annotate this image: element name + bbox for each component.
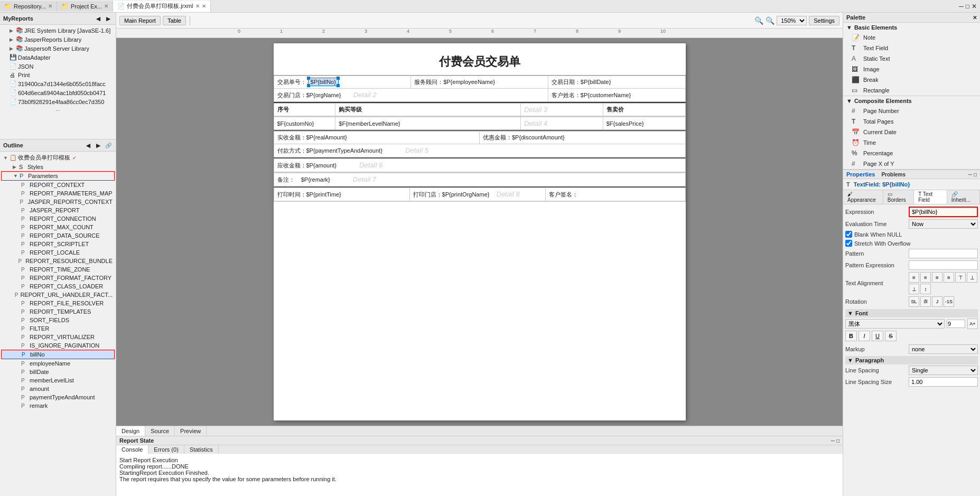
canvas-area[interactable]: 付费会员交易单 交易单号： $P{billNo} xyxy=(116,38,843,426)
tab-project-close[interactable]: ✕ xyxy=(104,3,108,9)
main-report-button[interactable]: Main Report xyxy=(119,16,161,25)
palette-item-rectangle[interactable]: ▭ Rectangle xyxy=(843,85,980,96)
palette-item-percentage[interactable]: % Percentage xyxy=(843,148,980,158)
tab-repository[interactable]: 📁 Repository... ✕ xyxy=(0,1,57,11)
outline-report-classloader[interactable]: P REPORT_CLASS_LOADER xyxy=(1,282,115,291)
palette-item-break[interactable]: ⬛ Break xyxy=(843,74,980,85)
outline-memberlevellist[interactable]: P memberLevelList xyxy=(1,376,115,385)
palette-item-textfield[interactable]: T Text Field xyxy=(843,43,980,53)
tree-file2[interactable]: 📄 604d6eca69404ac1bfd050cb0471 xyxy=(1,88,115,97)
props-tab-textfield[interactable]: T Text Field xyxy=(914,190,947,204)
palette-item-image[interactable]: 🖼 Image xyxy=(843,64,980,74)
outline-report-max[interactable]: P REPORT_MAX_COUNT xyxy=(1,223,115,231)
outline-parameters[interactable]: ▼ P Parameters xyxy=(1,171,115,181)
tree-dataadapter[interactable]: 💾 DataAdapter xyxy=(1,53,115,62)
cell-billno[interactable]: 交易单号： $P{billNo} xyxy=(274,76,411,89)
outline-report-virtualizer[interactable]: P REPORT_VIRTUALIZER xyxy=(1,333,115,341)
expand-all-icon[interactable]: ▶ xyxy=(94,141,102,149)
window-minimize[interactable]: ─ xyxy=(959,3,964,10)
tree-json[interactable]: 📄 JSON xyxy=(1,62,115,71)
tree-jre[interactable]: ▶ 📚 JRE System Library [JavaSE-1.6] xyxy=(1,26,115,35)
outline-styles[interactable]: ▶ S Styles xyxy=(1,163,115,171)
tab-project[interactable]: 📁 Project Ex... ✕ xyxy=(57,1,113,11)
settings-button[interactable]: Settings xyxy=(809,16,839,25)
props-tab-borders[interactable]: ▭ Borders xyxy=(883,190,914,204)
palette-composite-header[interactable]: ▼ Composite Elements xyxy=(843,96,980,106)
zoom-in-icon[interactable]: 🔍 xyxy=(766,16,774,25)
outline-filter[interactable]: P FILTER xyxy=(1,324,115,333)
line-spacing-select[interactable]: Single 1.5 Lines Double xyxy=(909,366,978,375)
collapse-all-icon[interactable]: ◀ xyxy=(84,141,92,149)
report-state-tab-statistics[interactable]: Statistics xyxy=(184,445,219,454)
align-left-btn[interactable]: ≡ xyxy=(909,272,919,283)
tree-jasperreports[interactable]: ▶ 📚 JasperReports Library xyxy=(1,35,115,44)
outline-report-resource[interactable]: P REPORT_RESOURCE_BUNDLE xyxy=(1,257,115,265)
font-bold-btn[interactable]: B xyxy=(845,331,857,341)
outline-payment[interactable]: P paymentTypeAndAmount xyxy=(1,393,115,401)
tab-source[interactable]: Source xyxy=(145,426,175,436)
evaluation-time-select[interactable]: Now Report Page Column Group xyxy=(909,219,978,229)
outline-sort-fields[interactable]: P SORT_FIELDS xyxy=(1,316,115,324)
zoom-select[interactable]: 150% 100% 75% 50% xyxy=(777,16,807,25)
rotate-left-btn[interactable]: ðl xyxy=(920,296,931,307)
outline-report-templates[interactable]: P REPORT_TEMPLATES xyxy=(1,307,115,316)
rotate-none-btn[interactable]: SL xyxy=(909,296,919,307)
font-underline-btn[interactable]: U xyxy=(872,331,883,341)
outline-amount[interactable]: P amount xyxy=(1,385,115,393)
palette-item-totalpages[interactable]: T Total Pages xyxy=(843,116,980,127)
palette-item-time[interactable]: ⏰ Time xyxy=(843,137,980,148)
tree-file1[interactable]: 📄 319400ca7d1344e6b055c018facc xyxy=(1,79,115,88)
align-center-btn[interactable]: ≡ xyxy=(920,272,931,283)
outline-report-scriptlet[interactable]: P REPORT_SCRIPTLET xyxy=(1,240,115,248)
align-stretch-btn[interactable]: ↕ xyxy=(920,284,931,294)
font-italic-btn[interactable]: I xyxy=(858,331,870,341)
outline-billdate[interactable]: P billDate xyxy=(1,368,115,376)
palette-item-pagexy[interactable]: # Page X of Y xyxy=(843,158,980,169)
props-problems-tab[interactable]: Problems xyxy=(881,172,906,177)
outline-jasper-reports-ctx[interactable]: P JASPER_REPORTS_CONTEXT xyxy=(1,198,115,206)
props-minimize[interactable]: ─ xyxy=(968,172,972,177)
props-tab-inherit[interactable]: 🔗 Inherit... xyxy=(947,190,980,204)
stretch-overflow-checkbox[interactable] xyxy=(845,240,852,247)
markup-select[interactable]: none html styled xyxy=(909,344,978,354)
align-top-btn[interactable]: ⊤ xyxy=(955,272,966,283)
tree-print[interactable]: 🖨 Print xyxy=(1,71,115,79)
table-button[interactable]: Table xyxy=(163,16,186,25)
outline-report-datasource[interactable]: P REPORT_DATA_SOURCE xyxy=(1,231,115,240)
outline-report-locale[interactable]: P REPORT_LOCALE xyxy=(1,248,115,257)
expand-icon[interactable]: ▶ xyxy=(104,14,113,23)
align-middle-btn[interactable]: ⊥ xyxy=(967,272,977,283)
tree-file3[interactable]: 📄 73b0f928291e4faa86cc0ec7d350 xyxy=(1,97,115,106)
billno-field[interactable]: $P{billNo} xyxy=(308,78,339,86)
font-family-select[interactable]: 黑体 宋体 Arial xyxy=(845,319,945,329)
report-state-tab-errors[interactable]: Errors (0) xyxy=(148,445,184,454)
outline-billno[interactable]: P billNo xyxy=(1,350,115,359)
tab-repository-close[interactable]: ✕ xyxy=(48,3,52,9)
pattern-expr-input[interactable] xyxy=(909,260,978,270)
palette-basic-header[interactable]: ▼ Basic Elements xyxy=(843,23,980,32)
window-close[interactable]: ✕ xyxy=(972,3,977,10)
font-size-input[interactable] xyxy=(947,320,965,328)
palette-item-currentdate[interactable]: 📅 Current Date xyxy=(843,127,980,137)
font-section-header[interactable]: ▼ Font xyxy=(845,309,978,317)
tab-design[interactable]: Design xyxy=(116,426,145,436)
rotate-right-btn[interactable]: -1S xyxy=(944,296,954,307)
outline-report-format[interactable]: P REPORT_FORMAT_FACTORY xyxy=(1,274,115,282)
align-bottom-btn[interactable]: ⊥ xyxy=(909,284,919,294)
pattern-input[interactable] xyxy=(909,249,978,258)
tab-preview[interactable]: Preview xyxy=(175,426,207,436)
outline-report[interactable]: ▼ 📋 收费会员单打印模板 ✓ xyxy=(1,153,115,163)
outline-report-context[interactable]: P REPORT_CONTEXT xyxy=(1,181,115,189)
outline-params-map[interactable]: P REPORT_PARAMETERS_MAP xyxy=(1,189,115,198)
props-tab-appearance[interactable]: 🖌 Appearance xyxy=(843,190,883,204)
outline-report-fileresolver[interactable]: P REPORT_FILE_RESOLVER xyxy=(1,299,115,307)
palette-item-pagenumber[interactable]: # Page Number xyxy=(843,106,980,116)
rotate-180-btn[interactable]: J xyxy=(932,296,942,307)
outline-jasper-report[interactable]: P JASPER_REPORT xyxy=(1,206,115,214)
tab-jrxml-close[interactable]: ✕ xyxy=(195,3,200,9)
window-maximize[interactable]: □ xyxy=(966,3,969,10)
outline-report-tz[interactable]: P REPORT_TIME_ZONE xyxy=(1,265,115,274)
outline-report-conn[interactable]: P REPORT_CONNECTION xyxy=(1,214,115,223)
outline-employeename[interactable]: P employeeName xyxy=(1,359,115,368)
tab-jrxml[interactable]: 📄 付费会员单打印模板.jrxml ✕ ✕ xyxy=(113,1,210,12)
